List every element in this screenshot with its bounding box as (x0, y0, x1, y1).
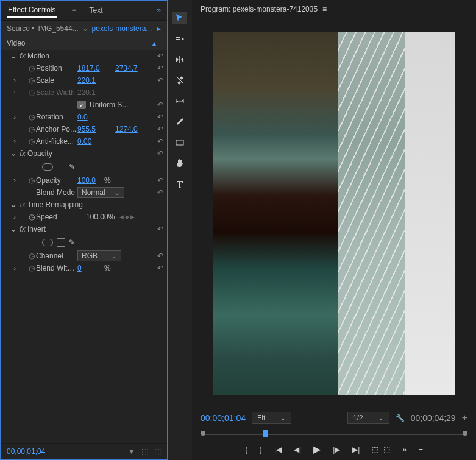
program-scrubber[interactable] (192, 428, 476, 439)
step-forward-icon[interactable]: |▶ (333, 445, 340, 454)
program-timecode[interactable]: 00;00;01;04 (201, 413, 246, 423)
step-back-icon[interactable]: ◀| (294, 445, 301, 454)
filter-icon[interactable]: ▼ (128, 447, 135, 456)
add-marker-plus-icon[interactable]: + (462, 412, 467, 423)
reset-opacity-val-icon[interactable]: ↶ (157, 176, 163, 185)
reset-opacity-icon[interactable]: ↶ (157, 149, 163, 158)
go-to-in-icon[interactable]: |◀ (274, 445, 282, 454)
antiflicker-value[interactable]: 0.00 (77, 137, 104, 146)
video-section-header[interactable]: Video ▴ (1, 37, 167, 50)
scrub-handle-right[interactable] (463, 431, 467, 436)
reset-motion-icon[interactable]: ↶ (157, 52, 163, 60)
fx-toggle-motion[interactable]: fx (18, 52, 27, 60)
expand-antiflicker-icon[interactable]: › (10, 137, 19, 146)
opacity-label[interactable]: Opacity (27, 149, 157, 158)
zoom-fit-dropdown[interactable]: Fit⌄ (252, 412, 291, 424)
lift-icon[interactable]: ⬚ (372, 445, 378, 454)
expand-opacity-icon[interactable]: ⌄ (10, 149, 18, 158)
reset-blend-icon[interactable]: ↶ (157, 188, 163, 197)
export-frame-icon[interactable]: » (402, 445, 407, 454)
add-keyframe-icon[interactable]: ◆ (125, 214, 129, 220)
blendwith-value[interactable]: 0 (77, 264, 104, 272)
mark-in-icon[interactable]: { (245, 445, 247, 454)
time-remap-label[interactable]: Time Remapping (27, 200, 163, 209)
program-viewport[interactable] (192, 18, 476, 408)
selection-tool-icon[interactable] (172, 12, 187, 24)
anchor-y-value[interactable]: 1274.0 (115, 125, 138, 133)
source-sequence-link[interactable]: pexels-monstera... (92, 24, 152, 33)
source-dropdown-icon[interactable]: ⌄ (82, 24, 88, 33)
timeline-icon[interactable]: ⬚ (154, 447, 161, 456)
scale-value[interactable]: 220.1 (77, 76, 104, 85)
reset-uniform-icon[interactable]: ↶ (157, 101, 163, 109)
reset-position-icon[interactable]: ↶ (157, 64, 163, 73)
rect-mask-icon[interactable] (57, 163, 65, 171)
stopwatch-scale-icon[interactable]: ◷ (27, 76, 36, 85)
expand-speed-icon[interactable]: › (10, 213, 19, 221)
footer-timecode[interactable]: 00;00;01;04 (7, 447, 45, 456)
fx-toggle-time[interactable]: fx (18, 200, 27, 209)
fx-toggle-invert[interactable]: fx (18, 225, 27, 233)
expand-rotation-icon[interactable]: › (10, 113, 19, 121)
timeline-toggle-icon[interactable]: ▸ (157, 24, 161, 33)
stopwatch-rotation-icon[interactable]: ◷ (27, 113, 36, 121)
reset-channel-icon[interactable]: ↶ (157, 252, 163, 260)
collapse-chevrons-icon[interactable]: » (157, 6, 161, 15)
tab-effect-controls[interactable]: Effect Controls (7, 3, 57, 18)
stopwatch-blendwith-icon[interactable]: ◷ (27, 264, 36, 272)
reset-anchor-icon[interactable]: ↶ (157, 125, 163, 133)
reset-blendwith-icon[interactable]: ↶ (157, 264, 163, 272)
type-tool-icon[interactable] (172, 178, 187, 190)
uniform-scale-checkbox[interactable]: ✓ (77, 101, 86, 109)
pen-tool-icon[interactable] (172, 116, 187, 128)
video-timeline-toggle-icon[interactable]: ▴ (152, 39, 156, 48)
invert-rect-mask-icon[interactable] (57, 238, 65, 247)
source-clip[interactable]: IMG_5544... (38, 24, 79, 33)
next-keyframe-icon[interactable]: ▶ (130, 214, 135, 220)
position-y-value[interactable]: 2734.7 (115, 64, 138, 73)
go-to-out-icon[interactable]: ▶| (352, 445, 360, 454)
program-title[interactable]: Program: pexels-monstera-7412035 (201, 5, 318, 13)
expand-scale-icon[interactable]: › (10, 76, 19, 85)
stopwatch-speed-icon[interactable]: ◷ (27, 213, 36, 221)
stopwatch-anchor-icon[interactable]: ◷ (27, 125, 36, 133)
stopwatch-antiflicker-icon[interactable]: ◷ (27, 137, 36, 146)
reset-antiflicker-icon[interactable]: ↶ (157, 137, 163, 146)
fx-toggle-opacity[interactable]: fx (18, 149, 27, 158)
scrub-handle-left[interactable] (201, 431, 205, 436)
expand-invert-icon[interactable]: ⌄ (10, 225, 18, 233)
expand-motion-icon[interactable]: ⌄ (10, 52, 18, 60)
channel-dropdown[interactable]: RGB⌄ (77, 250, 121, 261)
position-x-value[interactable]: 1817.0 (77, 64, 104, 73)
stopwatch-position-icon[interactable]: ◷ (27, 64, 36, 73)
hand-tool-icon[interactable] (172, 157, 187, 169)
ellipse-mask-icon[interactable] (42, 163, 53, 171)
panel-menu-icon[interactable]: ≡ (71, 6, 76, 15)
anchor-x-value[interactable]: 955.5 (77, 125, 104, 133)
expand-blendwith-icon[interactable]: › (10, 264, 19, 272)
prev-keyframe-icon[interactable]: ◀ (119, 214, 124, 220)
extract-icon[interactable]: ⬚ (383, 445, 390, 454)
settings-wrench-icon[interactable]: 🔧 (396, 414, 405, 422)
stopwatch-channel-icon[interactable]: ◷ (27, 252, 36, 260)
expand-opacity-val-icon[interactable]: › (10, 176, 19, 185)
rotation-value[interactable]: 0.0 (77, 113, 104, 121)
motion-label[interactable]: Motion (27, 52, 157, 60)
fx-badge-icon[interactable]: ⬚ (141, 447, 148, 456)
button-editor-plus-icon[interactable]: + (419, 445, 423, 454)
program-menu-icon[interactable]: ≡ (322, 5, 327, 13)
invert-ellipse-mask-icon[interactable] (42, 239, 53, 246)
blend-mode-dropdown[interactable]: Normal⌄ (77, 187, 124, 198)
mark-out-icon[interactable]: } (260, 445, 262, 454)
track-select-tool-icon[interactable] (172, 33, 187, 45)
stopwatch-opacity-icon[interactable]: ◷ (27, 176, 36, 185)
play-icon[interactable]: ▶ (313, 444, 321, 455)
reset-invert-icon[interactable]: ↶ (157, 225, 163, 233)
rectangle-tool-icon[interactable] (172, 136, 187, 149)
reset-scale-icon[interactable]: ↶ (157, 76, 163, 85)
playhead[interactable] (263, 430, 268, 437)
speed-value[interactable]: 100.00% (86, 213, 115, 221)
resolution-dropdown[interactable]: 1/2⌄ (347, 412, 389, 424)
expand-scale-width-icon[interactable]: › (10, 88, 19, 97)
tab-text[interactable]: Text (88, 4, 104, 17)
